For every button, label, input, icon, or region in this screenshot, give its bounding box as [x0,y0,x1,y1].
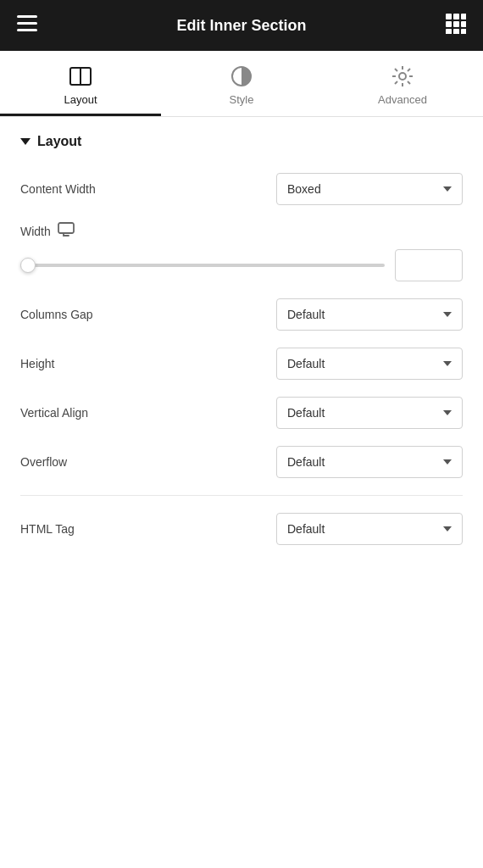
overflow-dropdown[interactable]: Default [276,446,463,478]
layout-section-heading: Layout [20,134,463,149]
html-tag-dropdown[interactable]: Default [276,513,463,545]
content-width-dropdown-arrow [443,186,452,192]
content-width-row: Content Width Boxed [20,173,463,205]
svg-rect-9 [446,29,452,34]
tab-layout-label: Layout [64,93,97,106]
svg-line-23 [395,81,397,84]
width-row: Width [20,222,463,281]
svg-point-15 [399,73,406,80]
tab-style-label: Style [230,93,254,106]
height-dropdown-arrow [443,361,452,366]
monitor-icon [58,222,75,241]
svg-rect-2 [17,29,37,31]
tabs-bar: Layout Style [0,51,483,117]
html-tag-label: HTML Tag [20,522,75,536]
svg-rect-7 [453,21,459,27]
overflow-row: Overflow Default [20,446,463,478]
hamburger-icon[interactable] [17,15,37,36]
svg-rect-4 [453,14,459,19]
vertical-align-dropdown[interactable]: Default [276,397,463,429]
svg-rect-5 [461,14,466,19]
html-tag-dropdown-arrow [443,526,452,531]
section-title: Layout [37,134,81,149]
style-icon [230,64,253,88]
tab-layout[interactable]: Layout [0,51,161,116]
svg-rect-10 [453,29,459,34]
content-width-label: Content Width [20,182,96,196]
columns-gap-value: Default [287,308,325,321]
svg-line-20 [395,69,397,71]
section-collapse-icon[interactable] [20,138,31,145]
main-content: Layout Content Width Boxed Width [0,117,483,868]
svg-rect-1 [17,22,37,25]
tab-advanced-label: Advanced [378,93,427,106]
section-divider [20,495,463,496]
overflow-label: Overflow [20,455,67,469]
svg-rect-11 [461,29,466,34]
height-dropdown[interactable]: Default [276,348,463,380]
tab-style[interactable]: Style [161,51,322,116]
svg-rect-8 [461,21,466,27]
svg-rect-24 [58,223,74,233]
html-tag-row: HTML Tag Default [20,513,463,545]
overflow-dropdown-arrow [443,459,452,465]
columns-gap-row: Columns Gap Default [20,298,463,331]
tab-advanced[interactable]: Advanced [322,51,483,116]
svg-line-21 [408,81,410,84]
vertical-align-value: Default [287,406,325,420]
header: Edit Inner Section [0,0,483,51]
height-label: Height [20,357,54,370]
height-row: Height Default [20,348,463,380]
html-tag-value: Default [287,522,325,536]
vertical-align-dropdown-arrow [443,410,452,415]
svg-rect-6 [446,21,452,27]
content-width-value: Boxed [287,182,321,196]
width-input[interactable] [395,249,463,281]
overflow-value: Default [287,455,325,469]
columns-gap-dropdown[interactable]: Default [276,298,463,331]
advanced-icon [391,64,414,88]
vertical-align-label: Vertical Align [20,406,88,420]
width-slider[interactable] [20,257,385,274]
columns-gap-dropdown-arrow [443,312,452,317]
grid-icon[interactable] [446,14,466,37]
layout-icon [69,64,92,88]
vertical-align-row: Vertical Align Default [20,397,463,429]
svg-rect-3 [446,14,452,19]
content-width-dropdown[interactable]: Boxed [276,173,463,205]
page-title: Edit Inner Section [176,17,306,35]
width-label: Width [20,225,51,238]
height-value: Default [287,357,325,370]
columns-gap-label: Columns Gap [20,308,93,321]
svg-line-22 [408,69,410,71]
svg-rect-0 [17,15,37,18]
